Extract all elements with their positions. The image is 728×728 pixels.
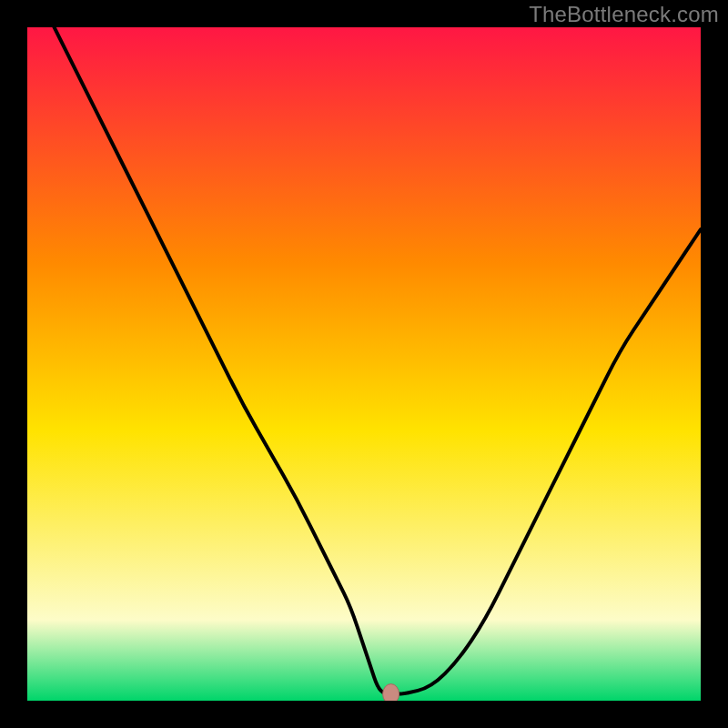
gradient-background	[27, 27, 701, 701]
chart-svg	[27, 27, 701, 701]
chart-frame: TheBottleneck.com	[0, 0, 728, 728]
watermark-text: TheBottleneck.com	[529, 2, 719, 27]
optimal-point-marker	[383, 684, 399, 701]
plot-area	[27, 27, 701, 701]
